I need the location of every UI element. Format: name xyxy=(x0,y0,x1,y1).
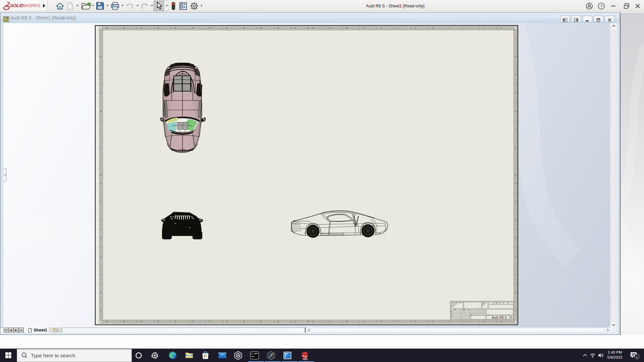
svg-text:1: 1 xyxy=(636,355,638,359)
svg-text:Audi R8 S: Audi R8 S xyxy=(492,316,507,319)
svg-text:2021: 2021 xyxy=(303,358,308,360)
svg-text:?: ? xyxy=(600,4,602,9)
svg-text:C:\: C:\ xyxy=(251,353,256,355)
